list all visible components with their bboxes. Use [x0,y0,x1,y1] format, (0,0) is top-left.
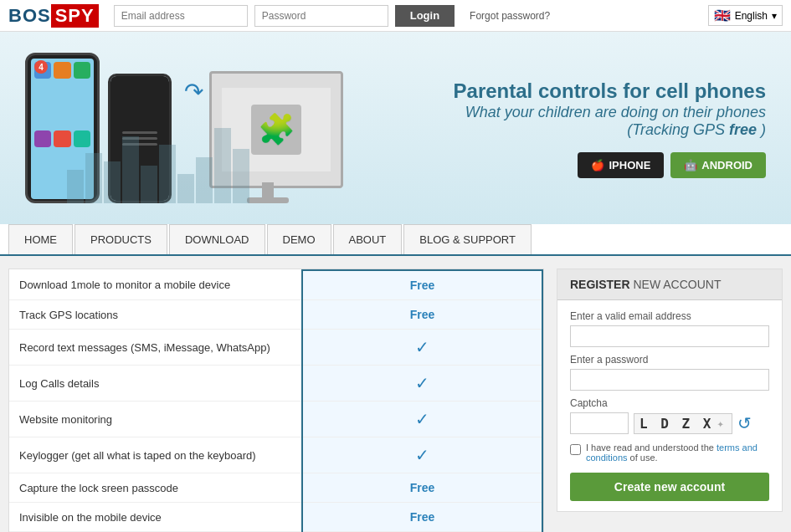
register-password-input[interactable] [570,369,769,391]
building [159,145,176,203]
apple-icon: 🍎 [591,159,604,171]
nav-blog[interactable]: BLOG & SUPPORT [403,224,532,254]
main-content: Download 1mole to monitor a mobile devic… [0,256,791,532]
logo: BOSSPY [8,4,99,28]
captcha-label: Captcha [570,397,769,409]
iphone-label: IPHONE [609,159,650,171]
feature-name: Invisible on the mobile device [9,503,302,532]
hero-title: Parental controls for cell phones [360,78,766,104]
table-row: Download 1mole to monitor a mobile devic… [9,270,542,300]
iphone-button[interactable]: 🍎 IPHONE [578,152,664,178]
hero-images: 4 ↷ 🧩 [25,53,343,203]
puzzle-icon: 🧩 [251,105,301,155]
nav-home[interactable]: HOME [8,224,73,254]
feature-name: Keylogger (get all what is taped on the … [9,437,302,473]
language-selector[interactable]: 🇬🇧 English ▾ [708,5,783,26]
nav-about[interactable]: ABOUT [333,224,403,254]
table-row: Keylogger (get all what is taped on the … [9,437,542,473]
captcha-decoration: ✦ [717,417,726,430]
building [122,136,139,203]
building [141,166,157,203]
navigation: HOME PRODUCTS DOWNLOAD DEMO ABOUT BLOG &… [0,224,791,256]
feature-name: Record text messages (SMS, iMessage, Wha… [9,330,302,366]
feature-value: ✓ [302,366,542,402]
register-email-input[interactable] [570,325,769,347]
terms-checkbox[interactable] [570,444,581,455]
captcha-text: L D Z X [639,416,713,432]
feature-value: ✓ [302,437,542,473]
email-input[interactable] [114,5,248,27]
feature-value: Free [302,300,542,330]
register-light: NEW ACCOUNT [633,278,721,291]
refresh-captcha-button[interactable]: ↺ [737,413,752,433]
feature-value: ✓ [302,330,542,366]
hero-subtitle2: (Tracking GPS [627,121,725,138]
cityscape [67,128,249,203]
stand-pole [262,182,274,197]
feature-value: ✓ [302,402,542,437]
chevron-down-icon: ▾ [772,10,777,22]
logo-spy: SPY [51,4,99,28]
feature-name: Log Calls details [9,366,302,402]
feature-name: Track GPS locations [9,300,302,330]
captcha-image: L D Z X ✦ [634,413,732,434]
forgot-password-link[interactable]: Forgot password? [470,10,550,22]
building [67,170,84,203]
notification-badge: 4 [34,60,48,74]
nav-products[interactable]: PRODUCTS [74,224,167,254]
android-icon: 🤖 [684,159,697,171]
table-row: Log Calls details✓ [9,366,542,402]
building [196,157,213,203]
logo-bos: BOS [8,5,51,27]
register-header: REGISTER NEW ACCOUNT [557,269,782,300]
captcha-row: L D Z X ✦ ↺ [570,412,769,434]
create-account-button[interactable]: Create new account [570,473,769,501]
register-body: Enter a valid email address Enter a pass… [557,300,782,511]
stand-base [247,197,289,203]
building [104,161,121,203]
building [85,153,102,203]
building [233,149,249,203]
captcha-input[interactable] [570,412,629,434]
features-table: Download 1mole to monitor a mobile devic… [8,269,544,532]
monitor-stand [247,182,289,203]
password-input[interactable] [254,5,388,27]
flag-icon: 🇬🇧 [714,8,731,23]
table-row: Website monitoring✓ [9,402,542,437]
android-label: ANDROID [701,159,752,171]
feature-value: Free [302,270,542,300]
nav-demo[interactable]: DEMO [267,224,331,254]
login-button[interactable]: Login [395,5,455,27]
language-label: English [735,10,768,22]
table-row: Track GPS locationsFree [9,300,542,330]
password-field-label: Enter a password [570,354,769,366]
hero-section: 4 ↷ 🧩 [0,32,791,224]
terms-text: I have read and understood the terms and… [586,442,769,463]
building [214,128,231,203]
app-icon [54,62,70,79]
nav-download[interactable]: DOWNLOAD [169,224,265,254]
feature-name: Capture the lock sreen passcode [9,473,302,503]
free-text: free [729,121,757,138]
hero-subtitle-text: What your children are doing on their ph… [465,104,766,120]
feature-value: Free [302,473,542,503]
table-row: Invisible on the mobile deviceFree [9,503,542,532]
header: BOSSPY Login Forgot password? 🇬🇧 English… [0,0,791,32]
terms-row: I have read and understood the terms and… [570,442,769,463]
register-panel: REGISTER NEW ACCOUNT Enter a valid email… [557,269,783,512]
platform-buttons: 🍎 IPHONE 🤖 ANDROID [360,152,766,178]
app-icon [34,130,51,147]
hero-subtitle: What your children are doing on their ph… [360,104,766,139]
android-button[interactable]: 🤖 ANDROID [670,152,766,178]
app-icon [74,62,90,79]
email-field-label: Enter a valid email address [570,310,769,322]
table-row: Capture the lock sreen passcodeFree [9,473,542,503]
building [177,174,194,203]
feature-value: Free [302,503,542,532]
feature-name: Website monitoring [9,402,302,437]
feature-name: Download 1mole to monitor a mobile devic… [9,270,302,300]
register-bold: REGISTER [570,278,630,291]
hero-subtitle2-end: ) [761,121,766,138]
hero-text: Parental controls for cell phones What y… [343,78,766,178]
table-row: Record text messages (SMS, iMessage, Wha… [9,330,542,366]
